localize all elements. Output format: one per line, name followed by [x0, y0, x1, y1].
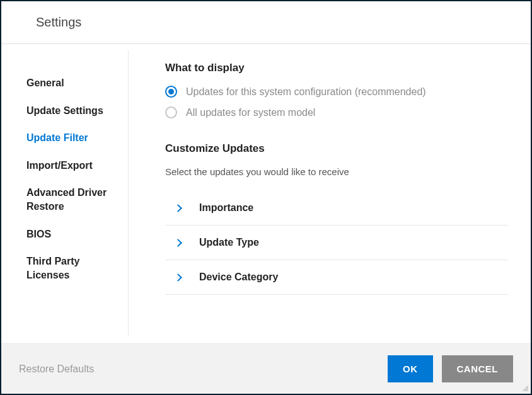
radio-label: Updates for this system configuration (r…: [186, 86, 426, 98]
sidebar-item-bios[interactable]: BIOS: [26, 220, 128, 248]
chevron-wrap: [165, 205, 199, 211]
chevron-wrap: [165, 240, 199, 246]
chevron-right-icon: [174, 204, 182, 212]
radio-dot-icon: [168, 89, 174, 94]
page-title: Settings: [36, 15, 531, 30]
expand-label: Importance: [199, 202, 253, 214]
expand-row-device-category[interactable]: Device Category: [165, 260, 508, 295]
chevron-right-icon: [174, 273, 182, 282]
ok-button[interactable]: OK: [388, 355, 433, 382]
sidebar-item-advanced-driver-restore[interactable]: Advanced Driver Restore: [26, 179, 128, 220]
expand-row-importance[interactable]: Importance: [165, 191, 508, 226]
sidebar-item-general[interactable]: General: [26, 69, 128, 97]
radio-icon: [165, 106, 177, 118]
customize-updates-subtitle: Select the updates you would like to rec…: [165, 166, 508, 177]
radio-option-recommended[interactable]: Updates for this system configuration (r…: [165, 86, 508, 98]
radio-label: All updates for system model: [186, 107, 315, 118]
display-radio-group: Updates for this system configuration (r…: [165, 86, 508, 118]
expand-label: Update Type: [199, 237, 259, 248]
what-to-display-title: What to display: [165, 62, 508, 74]
expand-label: Device Category: [199, 272, 278, 283]
restore-defaults-link[interactable]: Restore Defaults: [19, 364, 94, 375]
radio-option-all-updates[interactable]: All updates for system model: [165, 106, 508, 118]
chevron-right-icon: [174, 239, 182, 247]
sidebar-item-import-export[interactable]: Import/Export: [26, 152, 128, 180]
resize-grip-icon[interactable]: [521, 384, 528, 391]
settings-header: Settings: [1, 1, 531, 44]
content-wrap: General Update Settings Update Filter Im…: [1, 44, 531, 342]
customize-updates-title: Customize Updates: [165, 142, 508, 155]
sidebar-item-update-settings[interactable]: Update Settings: [26, 97, 128, 125]
expand-row-update-type[interactable]: Update Type: [165, 226, 508, 260]
sidebar: General Update Settings Update Filter Im…: [1, 50, 129, 336]
radio-icon: [165, 86, 177, 98]
footer: Restore Defaults OK CANCEL: [1, 343, 531, 394]
footer-buttons: OK CANCEL: [388, 355, 513, 382]
chevron-wrap: [165, 275, 199, 280]
main-panel: What to display Updates for this system …: [129, 44, 531, 342]
sidebar-item-third-party-licenses[interactable]: Third Party Licenses: [26, 248, 128, 289]
cancel-button[interactable]: CANCEL: [442, 355, 514, 382]
sidebar-item-update-filter[interactable]: Update Filter: [26, 124, 128, 152]
